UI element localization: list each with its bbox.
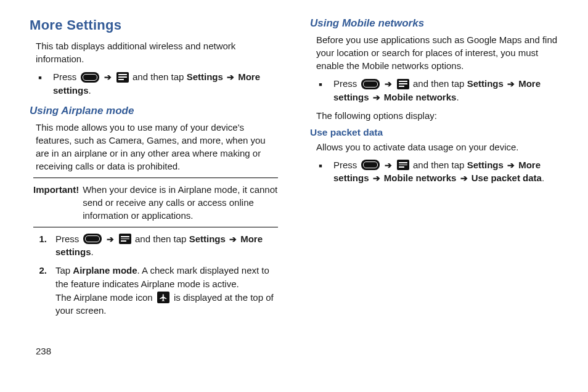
step-number: 1. xyxy=(36,232,47,259)
divider xyxy=(33,227,278,227)
step-number: 2. xyxy=(36,264,47,317)
divider xyxy=(33,178,278,178)
bullet-item: ■ Press ➔ and then tap Settings ➔ More s… xyxy=(316,77,558,104)
andthentap-label: and then tap xyxy=(413,78,464,89)
arrow-icon: ➔ xyxy=(229,233,237,245)
bullet-marker: ■ xyxy=(316,77,325,104)
bullet-list-1: ■ Press ➔ and then tap Settings ➔ More s… xyxy=(36,70,278,97)
intro-text: This tab displays additional wireless an… xyxy=(36,39,278,65)
arrow-icon: ➔ xyxy=(385,159,392,171)
bullet-marker: ■ xyxy=(36,70,44,97)
menu-icon xyxy=(119,234,131,244)
bullet-item: ■ Press ➔ and then tap Settings ➔ More s… xyxy=(36,70,278,97)
home-button-icon xyxy=(81,72,99,83)
menu-icon xyxy=(116,72,129,83)
step-body: Tap Airplane mode. A check mark displaye… xyxy=(55,264,278,317)
bullet-list-3: ■ Press ➔ and then tap Settings ➔ More s… xyxy=(316,158,558,186)
arrow-icon: ➔ xyxy=(227,71,234,83)
andthentap-label: and then tap xyxy=(135,234,186,244)
press-label: Press xyxy=(333,78,357,89)
menu-icon xyxy=(397,79,409,89)
arrow-icon: ➔ xyxy=(373,91,380,104)
page-number: 238 xyxy=(36,346,278,356)
page-columns: More Settings This tab displays addition… xyxy=(30,17,558,356)
settings-label: Settings xyxy=(467,78,504,89)
andthentap-label: and then tap xyxy=(133,71,184,82)
ordered-steps: 1. Press ➔ and then tap Settings ➔ More … xyxy=(36,232,278,318)
bullet-body: Press ➔ and then tap Settings ➔ More set… xyxy=(333,158,558,186)
bullet-body: Press ➔ and then tap Settings ➔ More set… xyxy=(53,70,278,97)
step-body: Press ➔ and then tap Settings ➔ More set… xyxy=(55,232,278,259)
home-button-icon xyxy=(361,160,380,170)
bullet-item: ■ Press ➔ and then tap Settings ➔ More s… xyxy=(316,158,558,186)
press-label: Press xyxy=(333,160,357,170)
important-label: Important! xyxy=(33,183,79,222)
arrow-icon: ➔ xyxy=(507,78,515,90)
press-label: Press xyxy=(55,234,79,244)
press-label: Press xyxy=(53,71,76,82)
left-column: More Settings This tab displays addition… xyxy=(30,17,278,356)
heading-mobile-networks: Using Mobile networks xyxy=(310,17,558,30)
home-button-icon xyxy=(83,234,102,244)
bullet-list-2: ■ Press ➔ and then tap Settings ➔ More s… xyxy=(316,77,558,104)
heading-airplane-mode: Using Airplane mode xyxy=(30,105,278,117)
important-text: When your device is in Airplane mode, it… xyxy=(83,183,278,222)
heading-more-settings: More Settings xyxy=(30,17,278,33)
menu-icon xyxy=(397,160,409,170)
step-1: 1. Press ➔ and then tap Settings ➔ More … xyxy=(36,232,278,259)
packet-body: Allows you to activate data usage on you… xyxy=(316,141,558,153)
airplane-mode-label: Airplane mode xyxy=(73,265,137,276)
step2-rest2a: The Airplane mode icon xyxy=(55,292,153,303)
settings-label: Settings xyxy=(187,71,223,82)
settings-label: Settings xyxy=(189,234,226,244)
heading-use-packet-data: Use packet data xyxy=(310,127,558,138)
arrow-icon: ➔ xyxy=(373,172,380,184)
bullet-body: Press ➔ and then tap Settings ➔ More set… xyxy=(333,77,558,104)
andthentap-label: and then tap xyxy=(413,160,464,170)
settings-label: Settings xyxy=(467,160,504,170)
airplane-body: This mode allows you to use many of your… xyxy=(36,121,278,173)
mobile-networks-label: Mobile networks xyxy=(384,92,457,102)
arrow-icon: ➔ xyxy=(507,159,515,171)
airplane-icon xyxy=(157,292,169,303)
right-column: Using Mobile networks Before you use app… xyxy=(310,17,558,356)
home-button-icon xyxy=(361,79,380,89)
important-block: Important! When your device is in Airpla… xyxy=(33,183,278,222)
bullet-marker: ■ xyxy=(316,158,325,186)
tap-label: Tap xyxy=(55,265,70,276)
arrow-icon: ➔ xyxy=(107,233,114,245)
following-options: The following options display: xyxy=(316,109,558,122)
arrow-icon: ➔ xyxy=(104,71,112,83)
step-2: 2. Tap Airplane mode. A check mark displ… xyxy=(36,264,278,317)
arrow-icon: ➔ xyxy=(460,172,468,184)
use-packet-data-label: Use packet data xyxy=(472,173,542,183)
mobile-body: Before you use applications such as Goog… xyxy=(316,33,558,72)
mobile-networks-label: Mobile networks xyxy=(384,173,457,183)
arrow-icon: ➔ xyxy=(385,78,392,90)
